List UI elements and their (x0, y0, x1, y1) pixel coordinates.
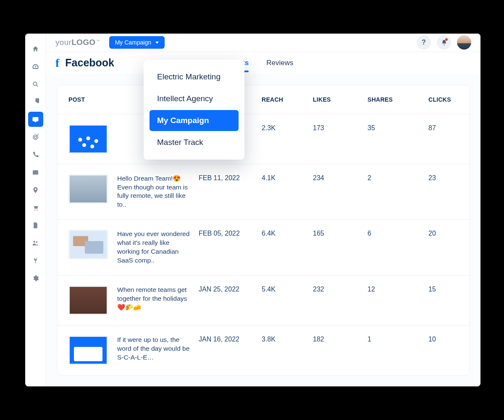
cell-date: FEB 11, 2022 (199, 174, 262, 182)
svg-point-3 (34, 136, 37, 138)
sidebar-item-location[interactable] (28, 182, 43, 197)
cell-reach: 3.8K (262, 336, 313, 343)
help-button[interactable]: ? (417, 35, 431, 50)
cell-likes: 173 (313, 124, 368, 132)
sidebar-item-files[interactable] (28, 218, 43, 233)
post-thumbnail (68, 286, 108, 315)
sidebar-item-analytics[interactable] (28, 94, 43, 109)
svg-point-7 (36, 241, 38, 243)
post-thumbnail (68, 336, 108, 365)
cell-likes: 234 (313, 174, 368, 182)
gear-icon (32, 275, 39, 282)
sidebar-item-mail[interactable] (28, 165, 43, 180)
cell-likes: 232 (313, 286, 368, 293)
table-row[interactable]: If it were up to us, the word of the day… (58, 325, 469, 375)
sidebar-item-social[interactable] (28, 112, 43, 127)
post-thumbnail (68, 124, 108, 154)
sidebar-item-home[interactable] (28, 41, 43, 56)
sidebar-item-settings[interactable] (28, 270, 43, 286)
svg-point-6 (34, 241, 35, 242)
post-text: When remote teams get together for the h… (117, 286, 191, 312)
cell-shares: 6 (368, 230, 428, 237)
logo-tm: ™ (96, 39, 100, 43)
col-reach: REACH (262, 96, 313, 103)
sidebar-item-users[interactable] (28, 235, 43, 250)
cell-shares: 2 (368, 174, 428, 182)
post-cell: If it were up to us, the word of the day… (68, 336, 199, 365)
sidebar-item-target[interactable] (28, 129, 43, 144)
cell-date: JAN 16, 2022 (199, 336, 262, 343)
sidebar-item-integrations[interactable] (28, 253, 43, 268)
avatar[interactable] (457, 35, 471, 50)
table-row[interactable]: Hello Dream Team!😍 Even though our team … (58, 164, 469, 220)
cell-shares: 12 (368, 286, 428, 293)
cell-clicks: 10 (428, 336, 470, 343)
cell-reach: 6.4K (262, 230, 313, 237)
cell-date: FEB 05, 2022 (199, 230, 262, 237)
col-clicks: CLICKS (428, 96, 470, 103)
logo: yourLOGO™ (55, 38, 100, 47)
campaign-option[interactable]: Intellect Agency (150, 88, 239, 109)
topbar-right: ? (417, 35, 471, 50)
svg-point-0 (33, 82, 37, 86)
post-thumbnail (68, 174, 108, 204)
post-text: If it were up to us, the word of the day… (117, 336, 191, 362)
cell-shares: 1 (368, 336, 428, 343)
post-cell: When remote teams get together for the h… (68, 286, 199, 315)
pin-icon (32, 186, 39, 194)
post-thumbnail (68, 230, 108, 259)
cell-clicks: 23 (428, 174, 470, 182)
cell-clicks: 87 (428, 124, 470, 132)
campaign-option[interactable]: Master Track (150, 132, 239, 153)
sidebar-item-calls[interactable] (28, 147, 43, 162)
search-icon (32, 81, 39, 88)
svg-line-1 (37, 85, 38, 87)
cell-date: JAN 25, 2022 (199, 286, 262, 293)
users-icon (32, 239, 39, 247)
facebook-icon: f (55, 56, 59, 70)
table-row[interactable]: 1, 2022 2.3K 173 35 87 (58, 114, 469, 164)
post-cell: Hello Dream Team!😍 Even though our team … (68, 174, 199, 210)
pie-icon (32, 98, 39, 105)
sidebar-item-commerce[interactable] (28, 200, 43, 215)
campaign-dropdown: Electric Marketing Intellect Agency My C… (144, 60, 244, 160)
tab-reviews[interactable]: Reviews (266, 52, 293, 74)
post-text: Have you ever wondered what it's really … (117, 230, 191, 265)
svg-point-5 (37, 210, 37, 210)
notifications-button[interactable] (437, 35, 451, 50)
target-icon (32, 134, 39, 141)
campaign-selector-button[interactable]: My Campaign (109, 36, 165, 49)
cell-likes: 182 (313, 336, 368, 343)
table-row[interactable]: Have you ever wondered what it's really … (58, 219, 469, 275)
post-text: Hello Dream Team!😍 Even though our team … (117, 174, 191, 210)
sidebar-item-search[interactable] (28, 76, 43, 92)
page-title: Facebook (65, 57, 114, 69)
cell-clicks: 15 (428, 286, 470, 293)
page-header: f Facebook Overview Reach Posts Reviews (46, 52, 480, 74)
logo-part1: your (55, 38, 71, 47)
main: yourLOGO™ My Campaign ? f Facebook (46, 34, 480, 386)
campaign-option-selected[interactable]: My Campaign (150, 110, 239, 131)
cart-icon (32, 204, 39, 211)
sidebar-item-dashboard[interactable] (28, 59, 43, 74)
home-icon (32, 45, 39, 52)
table-header: POST DATE REACH LIKES SHARES CLICKS (58, 85, 469, 114)
content: POST DATE REACH LIKES SHARES CLICKS 1, 2… (46, 74, 480, 386)
campaign-selector-label: My Campaign (115, 39, 151, 46)
cell-likes: 165 (313, 230, 368, 237)
help-icon: ? (422, 39, 426, 46)
notification-dot (445, 38, 448, 41)
cell-reach: 2.3K (262, 124, 313, 132)
caret-down-icon (155, 42, 159, 44)
col-shares: SHARES (368, 96, 428, 103)
topbar: yourLOGO™ My Campaign ? (46, 34, 480, 52)
svg-point-4 (34, 210, 35, 210)
mail-icon (32, 169, 39, 176)
table-row[interactable]: When remote teams get together for the h… (58, 275, 469, 325)
cell-clicks: 20 (428, 230, 470, 237)
app-window: yourLOGO™ My Campaign ? f Facebook (25, 34, 480, 386)
chat-icon (32, 116, 39, 123)
campaign-option[interactable]: Electric Marketing (150, 66, 239, 87)
post-cell: Have you ever wondered what it's really … (68, 230, 199, 265)
cell-reach: 5.4K (262, 286, 313, 293)
